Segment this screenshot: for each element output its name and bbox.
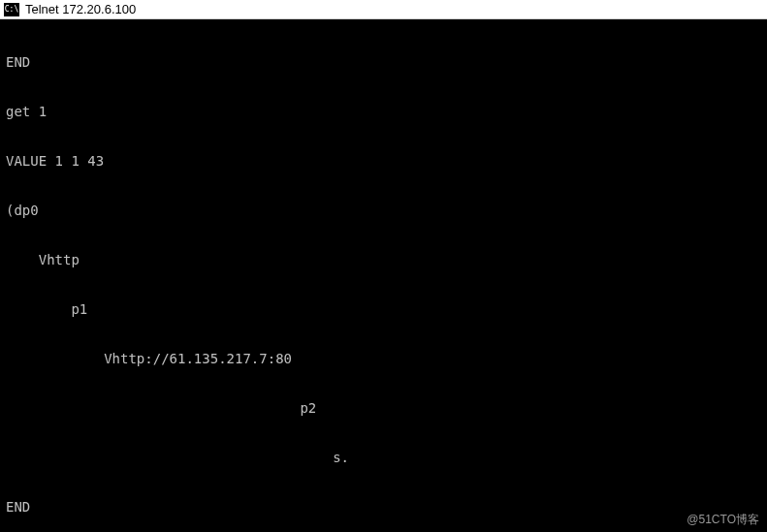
terminal-line: Vhttp://61.135.217.7:80 <box>6 351 761 367</box>
terminal-line: END <box>6 54 761 71</box>
terminal-line: (dp0 <box>6 203 761 219</box>
terminal-line: p2 <box>6 400 761 417</box>
window-title: Telnet 172.20.6.100 <box>25 2 136 16</box>
cmd-icon: C:\ <box>4 3 19 16</box>
title-bar: C:\ Telnet 172.20.6.100 <box>0 0 767 19</box>
terminal-line: get 1 <box>6 104 761 120</box>
terminal-line: s. <box>6 450 761 466</box>
terminal-line: p1 <box>6 301 761 318</box>
terminal-line: VALUE 1 1 43 <box>6 153 761 170</box>
cmd-icon-label: C:\ <box>5 6 18 14</box>
terminal-line: Vhttp <box>6 252 761 268</box>
terminal-line: END <box>6 499 761 516</box>
terminal-output[interactable]: END get 1 VALUE 1 1 43 (dp0 Vhttp p1 Vht… <box>0 19 767 532</box>
